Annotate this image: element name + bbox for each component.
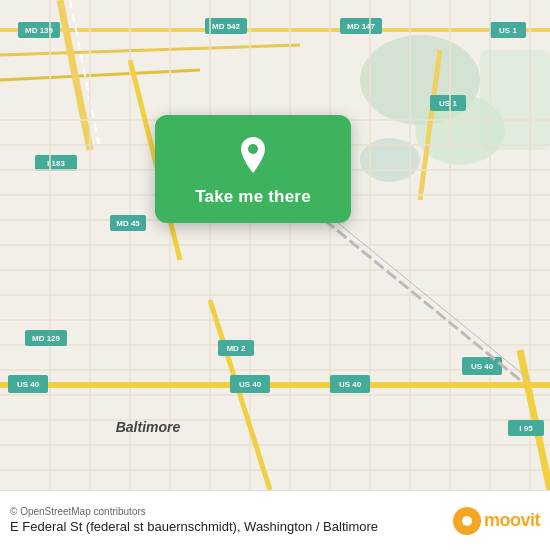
bottom-bar: © OpenStreetMap contributors E Federal S… — [0, 490, 550, 550]
svg-text:US 1: US 1 — [499, 26, 517, 35]
svg-text:MD 129: MD 129 — [32, 334, 61, 343]
moovit-text: moovit — [484, 510, 540, 531]
location-pin-icon — [231, 133, 275, 177]
svg-text:US 40: US 40 — [471, 362, 494, 371]
svg-text:US 1: US 1 — [439, 99, 457, 108]
svg-text:US 40: US 40 — [339, 380, 362, 389]
svg-text:US 40: US 40 — [239, 380, 262, 389]
svg-text:MD 147: MD 147 — [347, 22, 376, 31]
svg-text:US 40: US 40 — [17, 380, 40, 389]
osm-credit: © OpenStreetMap contributors — [10, 506, 445, 517]
map-svg: MD 139 MD 542 MD 147 US 1 I 183 US 1 — [0, 0, 550, 490]
popup-label: Take me there — [195, 187, 311, 207]
svg-text:Baltimore: Baltimore — [116, 419, 181, 435]
svg-text:MD 2: MD 2 — [226, 344, 246, 353]
address-text: E Federal St (federal st bauernschmidt),… — [10, 519, 445, 536]
moovit-logo: moovit — [453, 507, 540, 535]
svg-point-68 — [248, 144, 258, 154]
svg-text:I 95: I 95 — [519, 424, 533, 433]
moovit-dot-icon — [453, 507, 481, 535]
take-me-there-button[interactable]: Take me there — [155, 115, 351, 223]
map-container[interactable]: MD 139 MD 542 MD 147 US 1 I 183 US 1 — [0, 0, 550, 490]
svg-text:MD 542: MD 542 — [212, 22, 241, 31]
svg-text:MD 45: MD 45 — [116, 219, 140, 228]
